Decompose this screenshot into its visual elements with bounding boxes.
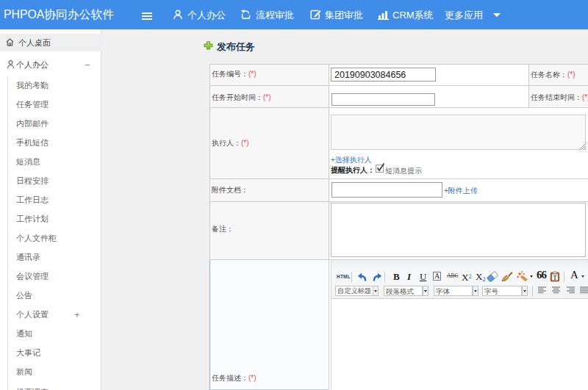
svg-text:T: T bbox=[553, 275, 556, 281]
